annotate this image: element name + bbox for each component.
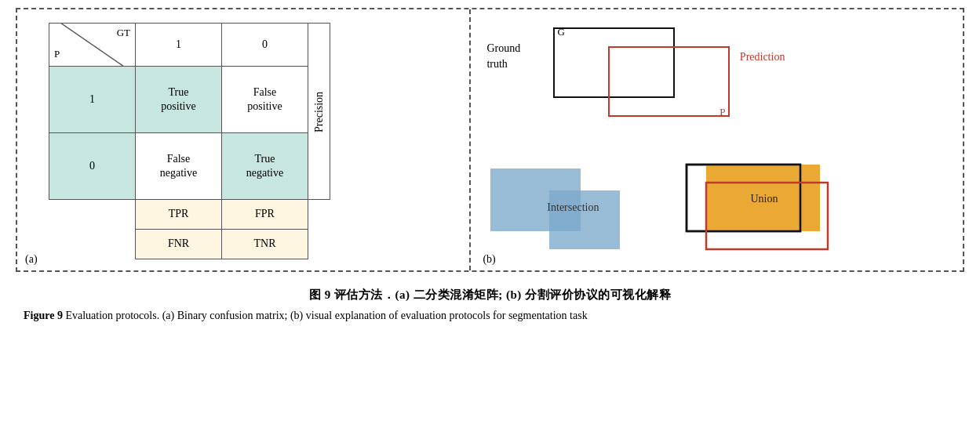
panel-label-b: (b) <box>483 253 495 266</box>
prediction-label: Prediction <box>740 51 785 63</box>
caption-english-rest: Evaluation protocols. (a) Binary confusi… <box>63 310 588 321</box>
fn-cell: Falsenegative <box>136 133 222 200</box>
intersection-label: Intersection <box>547 201 599 214</box>
corner-p-label: P <box>54 48 60 61</box>
fnr-cell: FNR <box>136 230 222 259</box>
top-diagram: Groundtruth G P Prediction <box>486 17 951 123</box>
tp-cell: Truepositive <box>136 67 222 133</box>
corner-cell: GT P <box>49 24 136 67</box>
box-p-label: P <box>720 106 725 118</box>
matrix-table: GT P 1 0 Precision 1 Truepositive Falsep… <box>49 23 330 259</box>
row-label-1: 1 <box>49 67 136 133</box>
intersection-diagram: Intersection <box>486 153 659 263</box>
figure-container: GT P 1 0 Precision 1 Truepositive Falsep… <box>16 8 964 272</box>
caption-area: 图 9 评估方法．(a) 二分类混淆矩阵; (b) 分割评价协议的可视化解释 F… <box>16 281 964 328</box>
ground-truth-label: Groundtruth <box>486 41 530 71</box>
precision-cell: Precision <box>308 24 330 200</box>
bottom-diagrams: Intersection Union <box>486 153 951 263</box>
tnr-cell: TNR <box>222 230 308 259</box>
union-svg <box>683 153 863 263</box>
corner-gt-label: GT <box>117 27 130 40</box>
box-p: P <box>608 46 730 117</box>
col-label-2: 0 <box>222 24 308 67</box>
svg-line-0 <box>61 24 123 66</box>
fp-cell: Falsepositive <box>222 67 308 133</box>
union-label: Union <box>750 193 778 205</box>
fpr-cell: FPR <box>222 200 308 230</box>
box-g-label: G <box>557 26 564 38</box>
tpr-cell: TPR <box>136 200 222 230</box>
panel-label-a: (a) <box>25 253 38 266</box>
col-label-1: 1 <box>136 24 222 67</box>
svg-rect-2 <box>549 190 620 249</box>
caption-chinese: 图 9 评估方法．(a) 二分类混淆矩阵; (b) 分割评价协议的可视化解释 <box>16 288 964 303</box>
caption-english: Figure 9 Evaluation protocols. (a) Binar… <box>16 307 964 324</box>
tn-cell: Truenegative <box>222 133 308 200</box>
union-diagram: Union <box>683 153 863 263</box>
right-panel: Groundtruth G P Prediction <box>471 9 963 270</box>
confusion-matrix: GT P 1 0 Precision 1 Truepositive Falsep… <box>49 23 330 259</box>
row-label-2: 0 <box>49 133 136 200</box>
left-panel: GT P 1 0 Precision 1 Truepositive Falsep… <box>17 9 471 270</box>
caption-english-bold: Figure 9 <box>24 310 63 321</box>
